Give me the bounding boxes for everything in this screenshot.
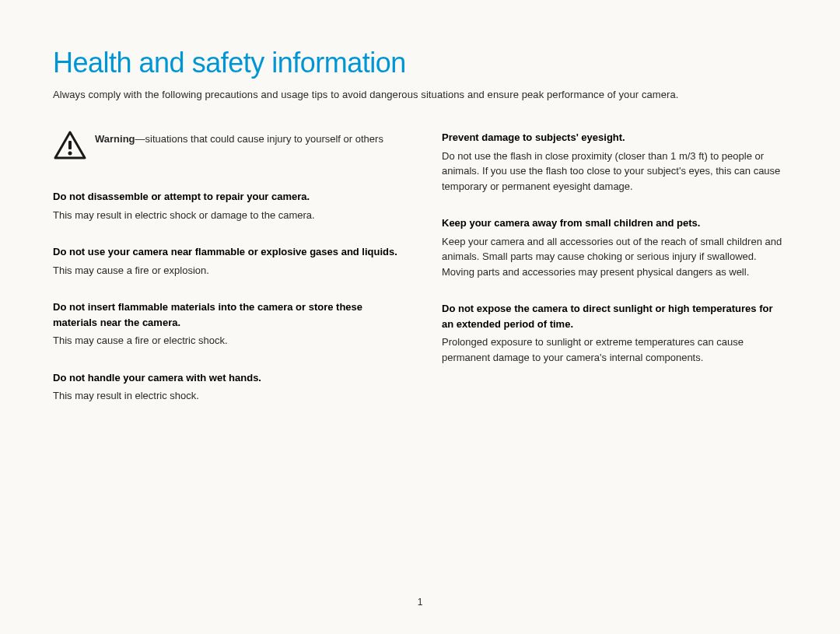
safety-section: Keep your camera away from small childre… — [442, 215, 787, 279]
section-body: This may result in electric shock or dam… — [53, 208, 398, 223]
svg-point-1 — [68, 152, 72, 156]
section-heading: Do not insert flammable materials into t… — [53, 299, 398, 330]
svg-rect-0 — [68, 141, 72, 149]
section-heading: Do not handle your camera with wet hands… — [53, 370, 398, 386]
section-heading: Prevent damage to subjects' eyesight. — [442, 130, 787, 145]
section-body: This may cause a fire or electric shock. — [53, 333, 398, 349]
intro-text: Always comply with the following precaut… — [53, 89, 787, 100]
section-body: Prolonged exposure to sunlight or extrem… — [442, 335, 787, 365]
section-heading: Do not disassemble or attempt to repair … — [53, 189, 398, 205]
section-heading: Keep your camera away from small childre… — [442, 215, 787, 231]
warning-text: Warning—situations that could cause inju… — [95, 130, 383, 147]
page-number: 1 — [418, 597, 423, 608]
warning-callout: Warning—situations that could cause inju… — [53, 130, 398, 161]
section-body: This may cause a fire or explosion. — [53, 263, 398, 278]
safety-section: Prevent damage to subjects' eyesight. Do… — [442, 130, 787, 194]
warning-description: —situations that could cause injury to y… — [135, 133, 383, 145]
section-body: Keep your camera and all accessories out… — [442, 234, 787, 280]
section-heading: Do not use your camera near flammable or… — [53, 244, 398, 260]
warning-triangle-icon — [53, 130, 87, 161]
section-body: This may result in electric shock. — [53, 388, 398, 404]
safety-section: Do not insert flammable materials into t… — [53, 299, 398, 349]
page-title: Health and safety information — [53, 47, 787, 79]
safety-section: Do not expose the camera to direct sunli… — [442, 301, 787, 365]
safety-section: Do not handle your camera with wet hands… — [53, 370, 398, 404]
right-column: Prevent damage to subjects' eyesight. Do… — [442, 130, 787, 426]
content-columns: Warning—situations that could cause inju… — [53, 130, 787, 426]
warning-label: Warning — [95, 133, 135, 145]
safety-section: Do not disassemble or attempt to repair … — [53, 189, 398, 222]
safety-section: Do not use your camera near flammable or… — [53, 244, 398, 278]
left-column: Warning—situations that could cause inju… — [53, 130, 398, 426]
section-heading: Do not expose the camera to direct sunli… — [442, 301, 787, 331]
section-body: Do not use the flash in close proximity … — [442, 149, 787, 194]
